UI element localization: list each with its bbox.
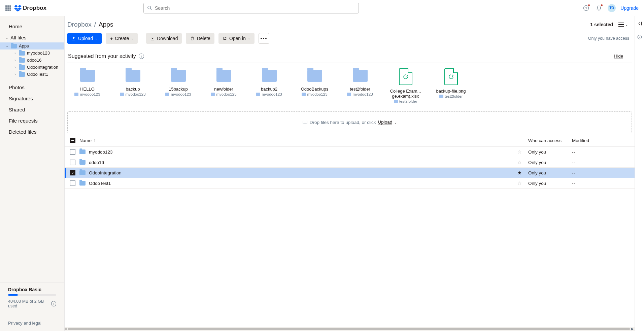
suggested-path: test2folder xyxy=(439,94,463,98)
suggested-item[interactable]: OdooBackupsmyodoo123 xyxy=(292,67,337,103)
chevron-down-icon: ⌄ xyxy=(5,44,9,48)
sidebar-photos[interactable]: Photos xyxy=(0,82,64,93)
sidebar-home[interactable]: Home xyxy=(0,21,64,33)
info-panel-button[interactable] xyxy=(637,34,642,40)
suggested-path: myodoo123 xyxy=(120,92,145,96)
upgrade-link[interactable]: Upgrade xyxy=(620,5,639,11)
table-row[interactable]: OdooTest1☆Only you-- xyxy=(65,178,635,189)
sidebar-deleted[interactable]: Deleted files xyxy=(0,126,64,137)
row-checkbox[interactable] xyxy=(70,160,75,165)
suggested-item[interactable]: backup-file.pngtest2folder xyxy=(428,67,474,103)
sidebar-filerequests[interactable]: File requests xyxy=(0,115,64,126)
tree-item[interactable]: ›OdooTest1 xyxy=(0,71,64,78)
search-field[interactable] xyxy=(155,5,355,11)
upload-to-folder-icon xyxy=(302,120,308,125)
col-modified-header[interactable]: Modified xyxy=(572,138,629,143)
folder-icon xyxy=(19,51,25,56)
help-button[interactable]: ? xyxy=(582,4,590,12)
dropzone-upload-link[interactable]: Upload xyxy=(378,120,392,125)
upgrade-storage-button[interactable]: + xyxy=(51,301,56,306)
dropzone[interactable]: Drop files here to upload, or click Uplo… xyxy=(67,111,632,133)
more-actions-button[interactable]: ••• xyxy=(259,33,269,44)
view-toggle-button[interactable]: ⌄ xyxy=(618,22,628,27)
selection-count: 1 selected xyxy=(590,22,613,27)
chevron-right-icon: › xyxy=(13,51,17,55)
suggested-item[interactable]: College Exam...ge.exam).xlsxtest2folder xyxy=(383,67,428,103)
star-button[interactable]: ☆ xyxy=(517,149,523,155)
collapse-panel-button[interactable] xyxy=(637,21,642,26)
folder-icon xyxy=(171,70,186,82)
access-note: Only you have access xyxy=(588,36,632,41)
dropbox-icon xyxy=(14,5,22,11)
star-button[interactable]: ☆ xyxy=(517,180,523,186)
delete-button[interactable]: Delete xyxy=(186,33,214,44)
sidebar-signatures[interactable]: Signatures xyxy=(0,93,64,104)
more-icon: ••• xyxy=(261,36,268,41)
suggested-grid: HELLOmyodoo123backupmyodoo12315backupmyo… xyxy=(65,63,635,109)
hide-suggested-button[interactable]: Hide xyxy=(614,54,623,59)
file-icon xyxy=(444,68,458,85)
notifications-button[interactable] xyxy=(595,4,603,12)
app-launcher-icon[interactable] xyxy=(5,5,11,11)
suggested-item[interactable]: 15backupmyodoo123 xyxy=(156,67,201,103)
star-button[interactable]: ★ xyxy=(517,170,523,175)
tree-item-apps[interactable]: ⌄ Apps xyxy=(0,42,64,49)
suggested-item[interactable]: test2foldermyodoo123 xyxy=(337,67,383,103)
sidebar-shared[interactable]: Shared xyxy=(0,104,64,115)
suggested-item[interactable]: backupmyodoo123 xyxy=(110,67,156,103)
chevron-right-icon: › xyxy=(13,58,17,62)
star-button[interactable]: ☆ xyxy=(517,160,523,165)
suggested-item[interactable]: newfoldermyodoo123 xyxy=(201,67,246,103)
list-icon xyxy=(618,22,624,27)
chevron-down-icon: ⌄ xyxy=(95,37,98,40)
folder-icon xyxy=(79,160,86,165)
suggested-title: Suggested from your activity xyxy=(68,53,136,59)
modified-text: -- xyxy=(572,160,629,165)
svg-text:?: ? xyxy=(585,6,587,10)
folder-icon xyxy=(216,70,231,82)
breadcrumb: Dropbox / Apps xyxy=(67,21,113,28)
privacy-legal-link[interactable]: Privacy and legal xyxy=(8,321,56,326)
row-checkbox[interactable] xyxy=(70,149,75,155)
col-access-header[interactable]: Who can access xyxy=(528,138,572,143)
folder-icon xyxy=(79,170,86,175)
select-all-checkbox[interactable] xyxy=(70,138,75,143)
file-icon xyxy=(399,68,412,85)
table-row[interactable]: myodoo123☆Only you-- xyxy=(65,147,635,157)
plan-name: Dropbox Basic xyxy=(8,287,56,292)
sidebar-allfiles[interactable]: ⌄ All files xyxy=(0,33,64,42)
folder-icon xyxy=(19,72,25,77)
tree-item[interactable]: ›myodoo123 xyxy=(0,49,64,57)
row-checkbox[interactable]: ✓ xyxy=(70,170,75,175)
folder-icon xyxy=(126,70,140,82)
search-input[interactable] xyxy=(143,3,359,13)
modified-text: -- xyxy=(572,181,629,186)
suggested-name: newfolder xyxy=(214,87,233,92)
chevron-down-icon: ⌄ xyxy=(5,35,8,40)
tree-item[interactable]: ›odoo16 xyxy=(0,57,64,64)
storage-bar xyxy=(8,294,56,296)
table-row[interactable]: odoo16☆Only you-- xyxy=(65,157,635,168)
col-name-header[interactable]: Name ↑ xyxy=(79,138,516,143)
openin-button[interactable]: Open in ⌄ xyxy=(218,33,255,44)
create-button[interactable]: + Create ⌄ xyxy=(106,33,138,44)
chevron-down-icon: ⌄ xyxy=(394,121,397,124)
table-row[interactable]: ✓OdooIntegration★Only you-- xyxy=(65,168,635,178)
avatar[interactable]: TO xyxy=(608,4,616,12)
download-button[interactable]: Download xyxy=(146,33,182,44)
main-content: Dropbox / Apps 1 selected ⌄ Upload ⌄ xyxy=(65,16,635,331)
suggested-item[interactable]: HELLOmyodoo123 xyxy=(65,67,110,103)
svg-point-9 xyxy=(639,36,640,36)
breadcrumb-root[interactable]: Dropbox xyxy=(67,21,92,28)
dropbox-logo[interactable]: Dropbox xyxy=(14,5,46,11)
info-icon[interactable]: i xyxy=(139,54,144,59)
suggested-name: OdooBackups xyxy=(301,87,329,92)
upload-button[interactable]: Upload ⌄ xyxy=(67,33,102,44)
tree-item[interactable]: ›OdooIntegration xyxy=(0,64,64,71)
breadcrumb-current: Apps xyxy=(99,21,113,28)
row-checkbox[interactable] xyxy=(70,180,75,186)
folder-icon xyxy=(307,70,322,82)
plus-icon: + xyxy=(110,36,113,41)
horizontal-scrollbar[interactable]: ▶ xyxy=(65,327,635,331)
suggested-item[interactable]: backup2myodoo123 xyxy=(246,67,292,103)
